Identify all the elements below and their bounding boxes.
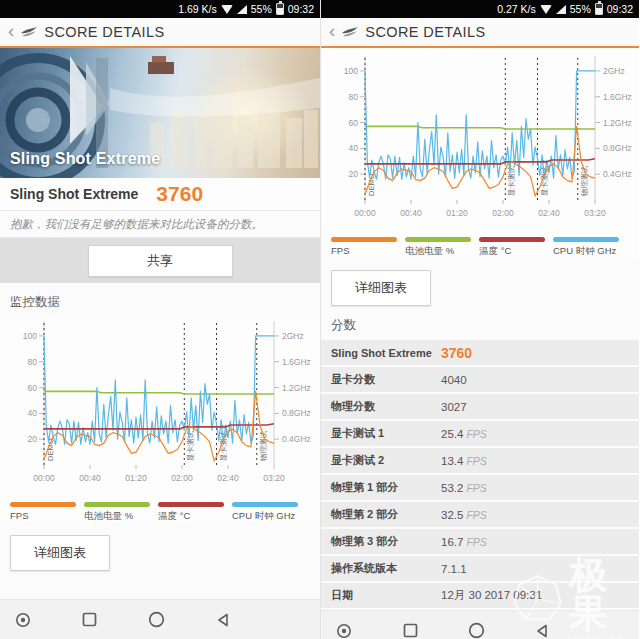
svg-text:0.4GHz: 0.4GHz [282, 434, 311, 444]
svg-text:60: 60 [28, 383, 38, 393]
svg-text:100: 100 [344, 66, 358, 76]
score-row-unit: FPS [466, 482, 486, 494]
legend-item: CPU 时钟 GHz [232, 502, 298, 523]
back-chevron-icon[interactable]: ‹ [329, 21, 335, 40]
legend-color-bar [232, 502, 298, 507]
chart-legend: FPS电池电量 %温度 °CCPU 时钟 GHz [0, 500, 320, 523]
legend-label: 温度 °C [158, 510, 224, 523]
monitoring-chart: 200.4GHz400.8GHz601.2GHz801.6GHz1002GHz0… [321, 48, 639, 258]
svg-text:02:40: 02:40 [217, 473, 239, 483]
android-navbar [321, 610, 639, 639]
scores-title: 分数 [321, 306, 639, 340]
home-circle-icon[interactable] [467, 622, 485, 639]
home-circle-icon[interactable] [147, 611, 165, 629]
share-button[interactable]: 共享 [88, 245, 233, 277]
svg-text:100: 100 [23, 331, 37, 341]
legend-item: FPS [10, 502, 76, 523]
score-row-value: 3027 [441, 401, 467, 413]
signal-icon [556, 5, 566, 14]
legend-label: CPU 时钟 GHz [232, 510, 298, 523]
legend-label: FPS [10, 510, 76, 521]
svg-text:02:00: 02:00 [492, 208, 514, 218]
svg-text:80: 80 [349, 92, 359, 102]
score-row-unit: FPS [466, 455, 486, 467]
recents-square-icon[interactable] [81, 611, 99, 629]
svg-text:01:20: 01:20 [125, 473, 147, 483]
svg-text:00:40: 00:40 [79, 473, 101, 483]
monitoring-chart-svg: 200.4GHz400.8GHz601.2GHz801.6GHz1002GHz0… [0, 317, 320, 500]
svg-text:03:20: 03:20 [263, 473, 285, 483]
score-row-value: 7.1.1 [441, 563, 467, 575]
legend-label: 电池电量 % [84, 510, 150, 523]
score-table-row: Sling Shot Extreme3760 [321, 340, 639, 365]
svg-text:0.8GHz: 0.8GHz [282, 408, 311, 418]
legend-color-bar [479, 237, 545, 242]
battery-icon [595, 3, 603, 15]
svg-text:02:00: 02:00 [171, 473, 193, 483]
score-table-row: 物理第 2 部分32.5FPS [321, 502, 639, 527]
android-navbar [0, 599, 320, 639]
clock: 09:32 [288, 3, 314, 15]
svg-text:01:20: 01:20 [446, 208, 468, 218]
score-table-row: 操作系统版本7.1.1 [321, 556, 639, 581]
svg-text:2GHz: 2GHz [282, 331, 304, 341]
score-value: 3760 [156, 182, 203, 206]
status-bar: 0.27 K/s 55% 09:32 [321, 0, 639, 18]
svg-text:00:00: 00:00 [354, 208, 376, 218]
score-row-value: 25.4FPS [441, 428, 487, 440]
signal-icon [237, 5, 247, 14]
svg-text:20: 20 [28, 434, 38, 444]
back-triangle-icon[interactable] [533, 622, 551, 639]
detailed-chart-button[interactable]: 详细图表 [331, 270, 431, 306]
back-chevron-icon[interactable]: ‹ [8, 21, 14, 40]
svg-text:1.2GHz: 1.2GHz [282, 383, 311, 393]
right-screenshot-panel: 0.27 K/s 55% 09:32 ‹ SCORE DETAILS 200.4… [320, 0, 639, 639]
score-table-row: 显卡测试 213.4FPS [321, 448, 639, 473]
score-row-value: 32.5FPS [441, 509, 487, 521]
legend-item: 电池电量 % [84, 502, 150, 523]
hero-benchmark-title: Sling Shot Extreme [10, 150, 160, 168]
screen-record-icon[interactable] [14, 611, 32, 629]
legend-item: CPU 时钟 GHz [553, 237, 619, 258]
battery-icon [276, 3, 284, 15]
score-row-label: 显卡测试 2 [331, 453, 441, 468]
recents-square-icon[interactable] [401, 622, 419, 639]
svg-text:02:40: 02:40 [538, 208, 560, 218]
score-table-row: 物理第 1 部分53.2FPS [321, 475, 639, 500]
screen-record-icon[interactable] [335, 622, 353, 639]
svg-text:1.6GHz: 1.6GHz [603, 92, 632, 102]
3dmark-logo-icon [19, 24, 39, 40]
score-row-label: Sling Shot Extreme [331, 347, 441, 359]
battery-percent: 55% [251, 3, 272, 15]
score-row-value: 13.4FPS [441, 455, 487, 467]
left-screenshot-panel: 1.69 K/s 55% 09:32 ‹ SCORE DETAILS [0, 0, 320, 639]
clock: 09:32 [607, 3, 633, 15]
score-row-value: 53.2FPS [441, 482, 487, 494]
monitoring-chart-svg: 200.4GHz400.8GHz601.2GHz801.6GHz1002GHz0… [321, 52, 640, 235]
score-row-label: 显卡测试 1 [331, 426, 441, 441]
benchmark-hero-image: Sling Shot Extreme [0, 48, 320, 178]
svg-text:2GHz: 2GHz [603, 66, 625, 76]
score-row-label: 操作系统版本 [331, 561, 441, 576]
chart-legend: FPS电池电量 %温度 °CCPU 时钟 GHz [321, 235, 639, 258]
battery-percent: 55% [570, 3, 591, 15]
network-speed: 0.27 K/s [497, 3, 536, 15]
score-table-row: 物理第 3 部分16.7FPS [321, 529, 639, 554]
legend-item: FPS [331, 237, 397, 258]
legend-label: 温度 °C [479, 245, 545, 258]
detailed-chart-button[interactable]: 详细图表 [10, 535, 110, 571]
3dmark-logo-icon [340, 24, 360, 40]
score-row-label: 物理分数 [331, 399, 441, 414]
legend-item: 温度 °C [479, 237, 545, 258]
score-table-row: 日期12月 30 2017 09:31 [321, 583, 639, 608]
svg-text:0.4GHz: 0.4GHz [603, 169, 632, 179]
score-row-value: 12月 30 2017 09:31 [441, 588, 542, 603]
back-triangle-icon[interactable] [214, 611, 232, 629]
wifi-icon [540, 5, 552, 14]
no-comparison-note: 抱歉，我们没有足够的数据来对比此设备的分数。 [0, 211, 320, 238]
monitor-data-title: 监控数据 [0, 283, 320, 317]
svg-text:0.8GHz: 0.8GHz [603, 143, 632, 153]
svg-text:40: 40 [28, 408, 38, 418]
score-benchmark-name: Sling Shot Extreme [10, 186, 138, 202]
score-summary-row: Sling Shot Extreme 3760 [0, 178, 320, 211]
